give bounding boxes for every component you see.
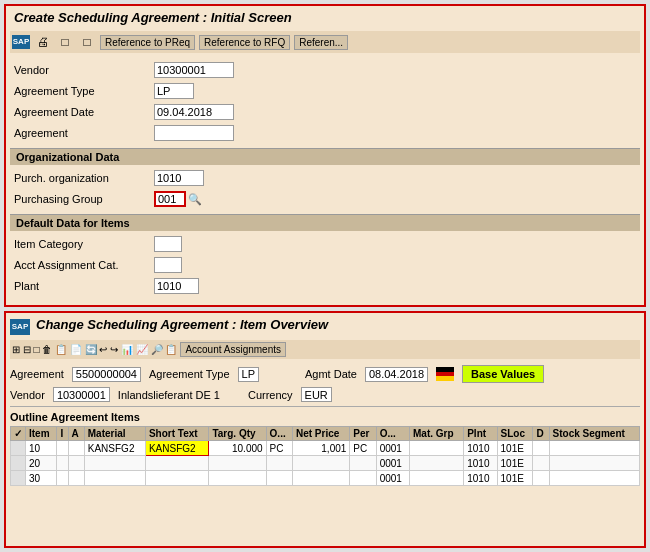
print-icon[interactable]: 🖨	[34, 33, 52, 51]
cell-targ-qty-2	[209, 456, 266, 471]
col-per: Per	[350, 427, 376, 441]
cell-plnt-1: 1010	[464, 441, 497, 456]
col-plnt: Plnt	[464, 427, 497, 441]
divider	[10, 406, 640, 407]
col-selector: ✓	[11, 427, 26, 441]
cell-targ-qty-3	[209, 471, 266, 486]
prereq-button[interactable]: Reference to PReq	[100, 35, 195, 50]
cell-item-1: 10	[26, 441, 57, 456]
cell-mat-grp-2	[410, 456, 464, 471]
row-selector-2[interactable]	[11, 456, 26, 471]
cell-short-text-2	[145, 456, 209, 471]
plant-row: Plant	[10, 277, 640, 295]
currency-value: EUR	[301, 387, 332, 402]
rfq-button[interactable]: Reference to RFQ	[199, 35, 290, 50]
cell-stock-seg-1	[549, 441, 639, 456]
cell-a-3	[68, 471, 84, 486]
cell-i-1	[57, 441, 68, 456]
col-d: D	[533, 427, 549, 441]
default-data-header: Default Data for Items	[10, 214, 640, 231]
vendor-row: Vendor	[10, 61, 640, 79]
cell-i-2	[57, 456, 68, 471]
col-a: A	[68, 427, 84, 441]
cell-d-3	[533, 471, 549, 486]
cell-d-2	[533, 456, 549, 471]
toolbar-icons: ⊞ ⊟ □ 🗑 📋 📄 🔄 ↩ ↪ 📊 📈 🔎 📋	[12, 344, 177, 355]
col-i: I	[57, 427, 68, 441]
table-row[interactable]: 10 KANSFG2 KANSFG2 10.000 PC 1,001 PC 00…	[11, 441, 640, 456]
cell-per-1: PC	[350, 441, 376, 456]
cell-net-price-1: 1,001	[292, 441, 349, 456]
svg-rect-0	[436, 367, 454, 372]
header-row: ✓ Item I A Material Short Text Targ. Qty…	[11, 427, 640, 441]
cell-o2-1: 0001	[376, 441, 409, 456]
page-icon[interactable]: □	[56, 33, 74, 51]
item-category-row: Item Category	[10, 235, 640, 253]
col-stock-seg: Stock Segment	[549, 427, 639, 441]
sap-logo-bottom: SAP	[10, 319, 30, 335]
cell-plnt-2: 1010	[464, 456, 497, 471]
account-assignments-button[interactable]: Account Assignments	[180, 342, 286, 357]
flag-icon	[436, 367, 454, 381]
svg-rect-2	[436, 376, 454, 381]
cell-net-price-3	[292, 471, 349, 486]
cell-i-3	[57, 471, 68, 486]
bottom-toolbar: ⊞ ⊟ □ 🗑 📋 📄 🔄 ↩ ↪ 📊 📈 🔎 📋 Account Assign…	[10, 340, 640, 359]
col-mat-grp: Mat. Grp	[410, 427, 464, 441]
sap-logo-icon: SAP	[12, 35, 30, 49]
agreement-type-label: Agreement Type	[14, 85, 154, 97]
cell-o2-2: 0001	[376, 456, 409, 471]
purch-group-label: Purchasing Group	[14, 193, 154, 205]
table-row[interactable]: 20 0001 1010 101E	[11, 456, 640, 471]
agreement-info-bar: Agreement 5500000004 Agreement Type LP A…	[10, 365, 640, 383]
agreement-type-row: Agreement Type	[10, 82, 640, 100]
page2-icon[interactable]: □	[78, 33, 96, 51]
search-icon[interactable]: 🔍	[188, 193, 202, 206]
acct-assignment-input[interactable]	[154, 257, 182, 273]
base-values-button[interactable]: Base Values	[462, 365, 544, 383]
vendor-name: Inlandslieferant DE 1	[118, 389, 220, 401]
cell-material-1: KANSFG2	[84, 441, 145, 456]
item-category-label: Item Category	[14, 238, 154, 250]
table-row[interactable]: 30 0001 1010 101E	[11, 471, 640, 486]
row-selector-1[interactable]	[11, 441, 26, 456]
top-toolbar: SAP 🖨 □ □ Reference to PReq Reference to…	[10, 31, 640, 53]
cell-material-2	[84, 456, 145, 471]
cell-item-2: 20	[26, 456, 57, 471]
main-container: Create Scheduling Agreement : Initial Sc…	[0, 0, 650, 552]
sap-icon[interactable]: SAP	[12, 33, 30, 51]
ref-button[interactable]: Referen...	[294, 35, 348, 50]
col-item: Item	[26, 427, 57, 441]
agreement-date-input[interactable]	[154, 104, 234, 120]
default-fields-section: Item Category Acct Assignment Cat. Plant	[10, 235, 640, 295]
col-o2: O...	[376, 427, 409, 441]
acct-assignment-row: Acct Assignment Cat.	[10, 256, 640, 274]
purch-group-input[interactable]	[154, 191, 186, 207]
purch-org-input[interactable]	[154, 170, 204, 186]
purch-group-row: Purchasing Group 🔍	[10, 190, 640, 208]
bottom-panel: SAP Change Scheduling Agreement : Item O…	[4, 311, 646, 548]
row-selector-3[interactable]	[11, 471, 26, 486]
cell-mat-grp-3	[410, 471, 464, 486]
col-sloc: SLoc	[497, 427, 533, 441]
col-net-price: Net Price	[292, 427, 349, 441]
agreement-type-input[interactable]	[154, 83, 194, 99]
item-category-input[interactable]	[154, 236, 182, 252]
agreement-info-label: Agreement	[10, 368, 64, 380]
vendor-label: Vendor	[14, 64, 154, 76]
acct-assignment-label: Acct Assignment Cat.	[14, 259, 154, 271]
plant-label: Plant	[14, 280, 154, 292]
cell-short-text-1: KANSFG2	[145, 441, 209, 456]
cell-short-text-3	[145, 471, 209, 486]
cell-sloc-1: 101E	[497, 441, 533, 456]
agreement-date-row: Agreement Date	[10, 103, 640, 121]
agreement-date-label: Agreement Date	[14, 106, 154, 118]
cell-per-2	[350, 456, 376, 471]
agreement-input[interactable]	[154, 125, 234, 141]
cell-sloc-2: 101E	[497, 456, 533, 471]
agreement-type-info-value: LP	[238, 367, 259, 382]
vendor-input[interactable]	[154, 62, 234, 78]
cell-mat-grp-1	[410, 441, 464, 456]
cell-a-1	[68, 441, 84, 456]
plant-input[interactable]	[154, 278, 199, 294]
